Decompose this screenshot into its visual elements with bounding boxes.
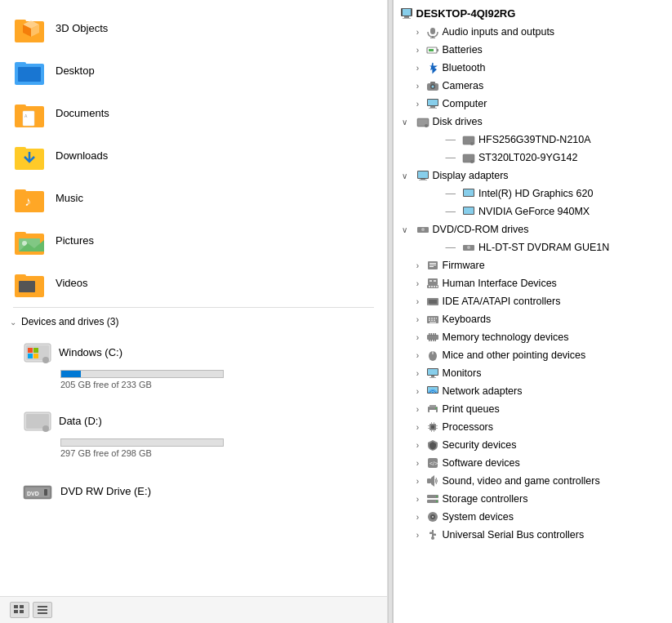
system-icon (426, 510, 439, 523)
svg-rect-112 (434, 333, 436, 336)
tree-item-memory[interactable]: › Memory technology devices (394, 328, 672, 346)
svg-rect-7 (18, 67, 41, 82)
tree-child-dvd-rom[interactable]: — HL-DT-ST DVDRAM GUE1N (394, 238, 672, 256)
ide-icon (426, 295, 439, 308)
arrow-icon-processors: › (413, 423, 423, 432)
folder-label-desktop: Desktop (56, 65, 95, 77)
tree-item-disk-drives[interactable]: ∨ Disk drives (394, 113, 672, 131)
folder-item-desktop[interactable]: Desktop (0, 49, 387, 91)
drive-item-windows-c[interactable]: Windows (C:) 205 GB free of 233 GB (0, 332, 387, 394)
svg-rect-42 (20, 605, 24, 608)
svg-rect-114 (430, 339, 432, 341)
tree-item-firmware[interactable]: › Firmware (394, 256, 672, 274)
tree-item-keyboards[interactable]: › Keyboards (394, 310, 672, 328)
label-mice: Mice and other pointing devices (443, 349, 586, 361)
firmware-icon (426, 259, 439, 272)
usb-icon (426, 528, 439, 541)
tree-item-print[interactable]: › Print queues (394, 400, 672, 418)
svg-rect-39 (44, 489, 47, 496)
svg-rect-134 (428, 428, 429, 429)
processor-icon (426, 421, 439, 434)
tree-item-batteries[interactable]: › Batteries (394, 41, 672, 59)
tree-item-ide[interactable]: › IDE ATA/ATAPI controllers (394, 292, 672, 310)
folder-item-videos[interactable]: Videos (0, 261, 387, 304)
svg-rect-51 (430, 28, 435, 34)
svg-rect-48 (403, 9, 411, 16)
svg-rect-13 (15, 147, 26, 154)
label-audio: Audio inputs and outputs (443, 26, 555, 38)
tree-item-monitors[interactable]: › Monitors (394, 364, 672, 382)
folder-item-3dobjects[interactable]: 3D Objects (0, 7, 387, 49)
tree-item-storage[interactable]: › Storage controllers (394, 490, 672, 508)
tree-item-system[interactable]: › System devices (394, 508, 672, 526)
battery-icon (426, 43, 439, 56)
toolbar-btn-details[interactable] (33, 602, 52, 618)
svg-rect-46 (38, 612, 47, 614)
svg-point-146 (436, 496, 438, 497)
tree-child-intel-gpu[interactable]: — Intel(R) HD Graphics 620 (394, 185, 672, 202)
label-monitors: Monitors (443, 367, 482, 379)
tree-item-hid[interactable]: › Human Interface Devices (394, 274, 672, 292)
svg-rect-100 (429, 318, 430, 319)
tree-item-bluetooth[interactable]: › Bluetooth (394, 59, 672, 77)
arrow-icon-audio: › (413, 28, 423, 37)
tree-item-usb[interactable]: › Universal Serial Bus controllers (394, 526, 672, 544)
bluetooth-icon (426, 61, 439, 74)
label-software: Software devices (443, 457, 520, 469)
svg-rect-109 (429, 333, 430, 336)
label-hfs: HFS256G39TND-N210A (478, 134, 591, 145)
list-view-icon (14, 604, 25, 616)
tree-child-st320[interactable]: — ST320LT020-9YG142 (394, 149, 672, 167)
tree-item-computer[interactable]: › Computer (394, 95, 672, 113)
toolbar-btn-list[interactable] (10, 602, 29, 618)
folder-item-music[interactable]: ♪ Music (0, 176, 387, 219)
svg-rect-116 (434, 339, 436, 341)
svg-rect-102 (434, 318, 435, 319)
tree-item-security[interactable]: › Security devices (394, 436, 672, 454)
svg-rect-111 (433, 333, 434, 336)
folder-item-pictures[interactable]: Pictures (0, 219, 387, 261)
tree-item-sound[interactable]: › Sound, video and game controllers (394, 472, 672, 490)
devices-drives-section-header[interactable]: Devices and drives (3) (0, 311, 387, 332)
svg-point-81 (421, 228, 425, 231)
label-memory: Memory technology devices (443, 332, 569, 343)
tree-item-mice[interactable]: › Mice and other pointing devices (394, 346, 672, 364)
tree-item-processors[interactable]: › Processors (394, 418, 672, 436)
folder-item-downloads[interactable]: Downloads (0, 134, 387, 176)
tree-item-cameras[interactable]: › Cameras (394, 77, 672, 95)
label-sound: Sound, video and game controllers (443, 475, 600, 487)
arrow-icon-keyboards: › (413, 315, 423, 324)
drive-item-data-d[interactable]: Data (D:) 297 GB free of 298 GB (0, 401, 387, 463)
dvd-drive-item[interactable]: DVD DVD RW Drive (E:) (0, 469, 387, 512)
svg-rect-123 (429, 377, 436, 378)
tree-child-hfs[interactable]: — HFS256G39TND-N210A (394, 131, 672, 149)
arrow-icon-dvd: ∨ (400, 225, 410, 234)
disk-small-icon-hfs (462, 133, 475, 146)
tree-child-nvidia-gpu[interactable]: — NVIDIA GeForce 940MX (394, 202, 672, 220)
tree-item-dvd-drives[interactable]: ∨ DVD/CD-ROM drives (394, 220, 672, 238)
drive-label-windows-c: Windows (C:) (59, 346, 122, 358)
svg-rect-139 (431, 430, 432, 432)
dash-icon2: — (446, 152, 456, 163)
arrow-icon-storage: › (413, 495, 423, 504)
tree-item-software[interactable]: › </> Software devices (394, 454, 672, 472)
tree-item-display-adapters[interactable]: ∨ Display adapters (394, 167, 672, 185)
print-icon (426, 403, 439, 416)
drive-free-data-d: 297 GB free of 298 GB (60, 448, 374, 458)
drive-progress-data-d (60, 438, 224, 447)
folder-item-documents[interactable]: A Documents (0, 91, 387, 134)
software-icon: </> (426, 456, 439, 469)
tree-item-network[interactable]: › Network adapters (394, 382, 672, 400)
arrow-icon-monitors: › (413, 369, 423, 378)
svg-rect-75 (419, 180, 427, 180)
label-batteries: Batteries (443, 44, 483, 56)
svg-rect-135 (436, 425, 438, 426)
devices-drives-label: Devices and drives (3) (21, 316, 118, 327)
svg-rect-73 (418, 171, 428, 178)
svg-point-126 (432, 392, 434, 394)
tree-item-audio[interactable]: › Audio inputs and outputs (394, 23, 672, 41)
label-dvd-drives: DVD/CD-ROM drives (433, 224, 529, 235)
svg-point-35 (42, 425, 49, 432)
label-ide: IDE ATA/ATAPI controllers (443, 296, 561, 307)
tree-root[interactable]: DESKTOP-4QI92RG (394, 3, 672, 23)
